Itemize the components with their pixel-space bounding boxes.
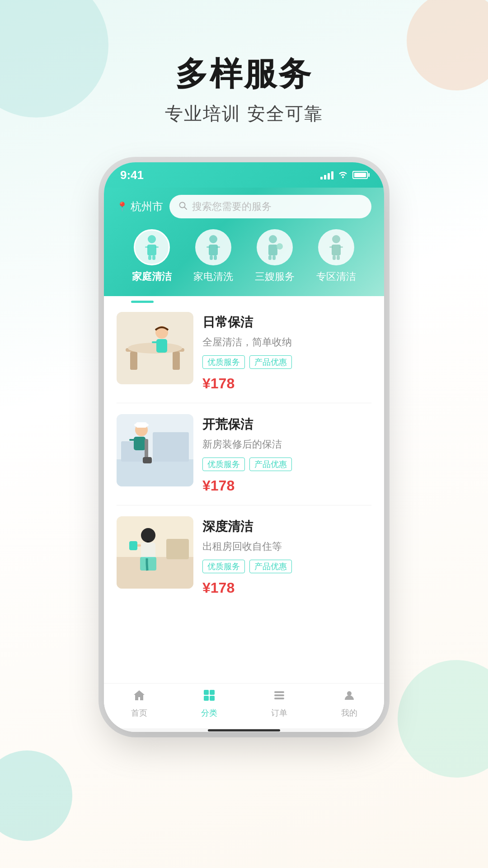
list-icon — [273, 689, 286, 705]
service-price-1: ¥178 — [202, 375, 371, 392]
battery-icon — [352, 171, 368, 179]
svg-rect-3 — [147, 245, 156, 255]
svg-rect-11 — [216, 246, 220, 248]
service-tag: 优质服务 — [202, 560, 245, 573]
service-tag: 产品优惠 — [249, 355, 292, 369]
phone-mockup: 9:41 — [104, 162, 384, 732]
nav-label-home: 首页 — [131, 708, 147, 718]
svg-rect-54 — [210, 690, 215, 695]
page-title: 多样服务 — [0, 54, 488, 93]
service-info-1: 日常保洁全屋清洁，简单收纳优质服务产品优惠¥178 — [202, 312, 371, 392]
nav-item-profile[interactable]: 我的 — [331, 689, 367, 718]
svg-point-0 — [180, 202, 185, 208]
signal-icon — [320, 170, 333, 179]
service-name-2: 开荒保洁 — [202, 416, 371, 433]
svg-rect-57 — [274, 691, 284, 693]
svg-point-60 — [347, 691, 352, 696]
svg-point-2 — [148, 235, 156, 243]
service-tags-1: 优质服务产品优惠 — [202, 355, 371, 369]
svg-rect-31 — [156, 339, 167, 353]
category-avatar-nanny — [257, 229, 293, 265]
category-item-appliance[interactable]: 家电清洗 — [191, 229, 236, 283]
svg-rect-52 — [129, 541, 137, 550]
home-bar — [208, 729, 280, 731]
svg-rect-49 — [141, 542, 155, 558]
wifi-icon — [338, 170, 348, 180]
svg-rect-20 — [332, 245, 341, 255]
svg-rect-39 — [134, 437, 145, 450]
svg-line-1 — [185, 207, 187, 209]
service-image-1 — [117, 312, 193, 384]
home-indicator — [104, 728, 384, 732]
category-item-special[interactable]: 专区清洁 — [314, 229, 359, 283]
service-price-3: ¥178 — [202, 580, 371, 596]
app-header: 📍 杭州市 搜索您需要的服务 家庭清洁 — [104, 188, 384, 296]
svg-rect-18 — [272, 255, 276, 260]
svg-rect-22 — [339, 246, 343, 248]
tab-indicator-row — [104, 296, 384, 303]
svg-rect-15 — [268, 245, 277, 255]
category-avatar-appliance — [195, 229, 231, 265]
svg-rect-7 — [152, 255, 155, 260]
service-image-2 — [117, 414, 193, 486]
status-bar: 9:41 — [104, 162, 384, 188]
grid-icon — [203, 689, 216, 705]
category-item-nanny[interactable]: 三嫂服务 — [252, 229, 297, 283]
category-item-home_clean[interactable]: 家庭清洁 — [129, 229, 174, 283]
page-subtitle: 专业培训 安全可靠 — [0, 101, 488, 126]
status-time: 9:41 — [120, 168, 144, 182]
service-name-1: 日常保洁 — [202, 314, 371, 331]
location-pin-icon: 📍 — [117, 201, 128, 212]
search-icon — [178, 201, 188, 212]
location-button[interactable]: 📍 杭州市 — [117, 199, 163, 214]
category-avatar-special — [318, 229, 354, 265]
svg-rect-58 — [274, 694, 284, 696]
service-tags-2: 优质服务产品优惠 — [202, 458, 371, 471]
svg-rect-37 — [153, 432, 189, 462]
svg-rect-4 — [145, 246, 149, 248]
svg-point-29 — [128, 343, 182, 354]
service-price-2: ¥178 — [202, 477, 371, 494]
svg-point-8 — [209, 235, 217, 243]
nav-item-category[interactable]: 分类 — [191, 689, 227, 718]
nav-item-orders[interactable]: 订单 — [261, 689, 297, 718]
svg-rect-59 — [274, 698, 284, 699]
svg-rect-44 — [143, 457, 152, 463]
service-desc-1: 全屋清洁，简单收纳 — [202, 335, 371, 349]
svg-point-19 — [332, 235, 340, 243]
svg-rect-28 — [173, 352, 180, 370]
service-card-1[interactable]: 日常保洁全屋清洁，简单收纳优质服务产品优惠¥178 — [117, 312, 371, 403]
nav-item-home[interactable]: 首页 — [121, 689, 157, 718]
search-bar[interactable]: 搜索您需要的服务 — [169, 195, 371, 218]
nav-label-category: 分类 — [201, 708, 217, 718]
svg-rect-56 — [210, 696, 215, 701]
service-desc-2: 新房装修后的保洁 — [202, 438, 371, 451]
svg-rect-27 — [130, 352, 137, 370]
category-label-nanny: 三嫂服务 — [255, 270, 295, 283]
svg-rect-23 — [333, 255, 336, 260]
service-tag: 产品优惠 — [249, 458, 292, 471]
svg-rect-33 — [162, 341, 167, 343]
service-tag: 优质服务 — [202, 458, 245, 471]
location-search-row: 📍 杭州市 搜索您需要的服务 — [117, 195, 371, 218]
svg-rect-13 — [214, 255, 217, 260]
svg-rect-50 — [140, 557, 156, 571]
service-card-2[interactable]: 开荒保洁新房装修后的保洁优质服务产品优惠¥178 — [117, 414, 371, 505]
svg-rect-55 — [204, 696, 209, 701]
bottom-nav: 首页分类订单我的 — [104, 683, 384, 728]
location-text: 杭州市 — [131, 199, 163, 214]
home-icon — [133, 689, 145, 705]
service-tags-3: 优质服务产品优惠 — [202, 560, 371, 573]
svg-rect-9 — [209, 245, 218, 255]
svg-rect-6 — [148, 255, 151, 260]
category-avatar-home_clean — [134, 229, 170, 265]
category-label-special: 专区清洁 — [316, 270, 356, 283]
svg-rect-21 — [329, 246, 333, 248]
service-info-3: 深度清洁出租房回收自住等优质服务产品优惠¥178 — [202, 516, 371, 596]
svg-rect-42 — [136, 422, 147, 428]
svg-rect-12 — [210, 255, 213, 260]
svg-rect-35 — [117, 459, 193, 486]
svg-rect-32 — [152, 341, 157, 343]
service-card-3[interactable]: 深度清洁出租房回收自住等优质服务产品优惠¥178 — [117, 516, 371, 607]
svg-point-14 — [269, 235, 277, 243]
